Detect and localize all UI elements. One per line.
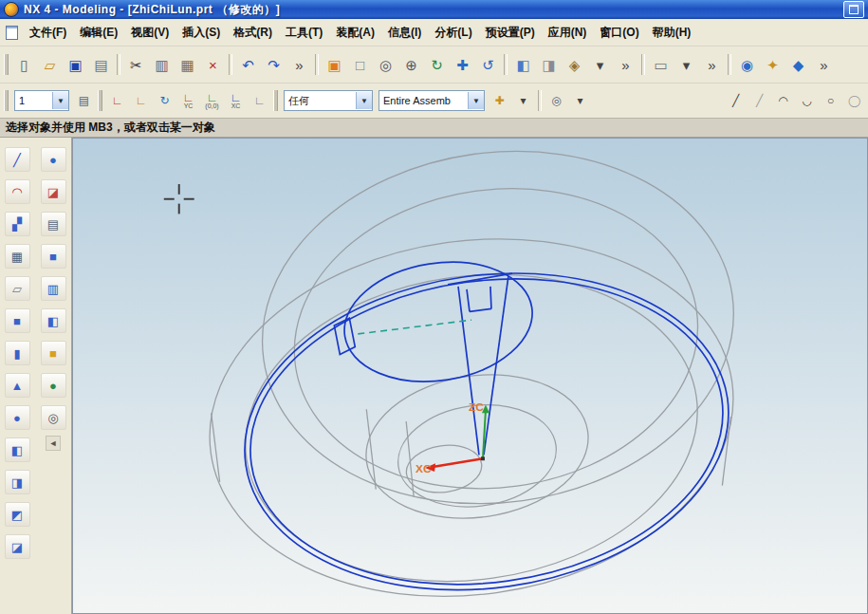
revolve-button[interactable]: ▥ <box>41 276 66 301</box>
circle-tool-button[interactable]: ○ <box>819 88 842 113</box>
orient-view-button[interactable]: ◈ <box>562 51 587 78</box>
selected-sketch[interactable] <box>224 244 749 613</box>
basic-curves-button[interactable]: ▞ <box>5 212 30 236</box>
zoom-window-button[interactable]: □ <box>347 51 373 78</box>
display-properties-button[interactable]: ◆ <box>785 51 811 78</box>
toolbar-grip[interactable] <box>273 90 277 111</box>
rotate-view-button[interactable]: ↺ <box>475 51 501 78</box>
menu-window[interactable]: 窗口(O) <box>593 19 645 46</box>
wcs-dynamics-button[interactable]: ∟ YC <box>176 88 200 113</box>
menu-information[interactable]: 信息(I) <box>381 19 428 46</box>
cylinder-button[interactable]: ▮ <box>5 341 30 365</box>
toolbar-overflow-4-button[interactable]: » <box>811 51 837 78</box>
view-menu-button[interactable]: ▾ <box>587 51 613 78</box>
toolbar-overflow-button[interactable]: » <box>286 51 312 78</box>
copy-button[interactable]: ▥ <box>149 51 175 78</box>
menu-help[interactable]: 帮助(H) <box>646 19 698 46</box>
wireframe-view-button[interactable]: ◨ <box>536 51 562 78</box>
delete-button[interactable]: × <box>200 51 226 78</box>
wcs-display-button[interactable]: ∟ XC <box>224 88 248 113</box>
toolbar-grip[interactable] <box>4 90 8 111</box>
redo-button[interactable]: ↷ <box>261 51 286 78</box>
toolbar-overflow-2-button[interactable]: » <box>613 51 638 78</box>
block-button[interactable]: ■ <box>5 308 30 333</box>
print-button[interactable]: ▤ <box>88 51 114 78</box>
zoom-in-out-button[interactable]: ⊕ <box>398 51 424 78</box>
inferred-line-tool-button[interactable]: ╱ <box>748 88 771 113</box>
menu-assemblies[interactable]: 装配(A) <box>329 19 381 46</box>
wcs-triad[interactable]: ZC XC <box>416 400 489 475</box>
instance-button[interactable]: ◎ <box>41 405 66 430</box>
shaded-view-button[interactable]: ◧ <box>510 51 536 78</box>
restore-button[interactable] <box>843 1 864 18</box>
circle-center-tool-button[interactable]: ◯ <box>842 88 866 113</box>
xc-axis[interactable] <box>433 458 483 467</box>
toolbar-grip[interactable] <box>98 90 102 111</box>
menu-view[interactable]: 视图(V) <box>124 19 175 46</box>
fillet-tool-button[interactable]: ◡ <box>795 88 819 113</box>
menu-tools[interactable]: 工具(T) <box>279 19 329 46</box>
layer-settings-button[interactable]: ▤ <box>72 88 96 113</box>
refresh-button[interactable]: ↻ <box>424 51 450 78</box>
paste-button[interactable]: ▦ <box>175 51 200 78</box>
menu-edit[interactable]: 编辑(E) <box>73 19 124 46</box>
centerline[interactable] <box>358 320 471 334</box>
menu-file[interactable]: 文件(F) <box>23 19 73 46</box>
toolbar-grip[interactable] <box>4 54 8 75</box>
wcs-orient-button[interactable]: ∟ <box>248 88 271 113</box>
type-filter-select[interactable]: 任何 ▼ <box>284 90 373 111</box>
layer-category-button[interactable]: ▤ <box>41 212 66 236</box>
new-button[interactable]: ▯ <box>11 51 37 78</box>
line-tool-button[interactable]: ╱ <box>724 88 748 113</box>
measure-button[interactable]: ▭ <box>648 51 674 78</box>
menu-analysis[interactable]: 分析(L) <box>428 19 478 46</box>
arc-button[interactable]: ◠ <box>5 179 30 204</box>
orient-view-tool-button[interactable]: ● <box>41 147 66 172</box>
class-selection-menu-button[interactable]: ▾ <box>511 88 535 113</box>
undo-button[interactable]: ↶ <box>235 51 261 78</box>
menu-insert[interactable]: 插入(S) <box>175 19 227 46</box>
layer-select[interactable]: 1 ▼ <box>14 90 69 111</box>
save-button[interactable]: ▣ <box>63 51 88 78</box>
boss-button[interactable]: ■ <box>41 341 66 365</box>
menu-preferences[interactable]: 预设置(P) <box>479 19 542 46</box>
toolbar-overflow-3-button[interactable]: » <box>699 51 725 78</box>
unite-button[interactable]: ◧ <box>5 437 30 462</box>
visual-effects-button[interactable]: ◉ <box>734 51 760 78</box>
measure-menu-button[interactable]: ▾ <box>674 51 699 78</box>
menu-application[interactable]: 应用(N) <box>542 19 594 46</box>
fit-view-button[interactable]: ▣ <box>322 51 347 78</box>
cut-button[interactable]: ✂ <box>123 51 149 78</box>
collapse-arrow-button[interactable]: ◄ <box>46 436 61 451</box>
chevron-down-icon[interactable]: ▼ <box>52 92 68 109</box>
open-button[interactable]: ▱ <box>37 51 63 78</box>
cone-button[interactable]: ▲ <box>5 373 30 398</box>
hole-button[interactable]: ◧ <box>41 308 66 333</box>
pocket-button[interactable]: ● <box>41 373 66 398</box>
arc-tool-button[interactable]: ◠ <box>771 88 795 113</box>
title-bar[interactable]: NX 4 - Modeling - [ZhiChiLun.prt （修改的）] <box>0 0 868 19</box>
zoom-button[interactable]: ◎ <box>373 51 398 78</box>
subtract-button[interactable]: ◨ <box>5 470 30 494</box>
line-button[interactable]: ╱ <box>5 147 30 172</box>
menu-format[interactable]: 格式(R) <box>227 19 279 46</box>
sphere-button[interactable]: ● <box>5 405 30 430</box>
extrude-button[interactable]: ■ <box>41 244 66 269</box>
snap-end-point-button[interactable]: ∟ <box>105 88 129 113</box>
high-quality-image-button[interactable]: ✦ <box>760 51 785 78</box>
chevron-down-icon[interactable]: ▼ <box>468 92 484 109</box>
selection-scope-select[interactable]: Entire Assemb ▼ <box>379 90 485 111</box>
chevron-down-icon[interactable]: ▼ <box>356 92 372 109</box>
selection-menu-button[interactable]: ▾ <box>568 88 592 113</box>
wcs-rotate-button[interactable]: ↻ <box>153 88 176 113</box>
wcs-origin-button[interactable]: ∟ (0,0) <box>200 88 224 113</box>
intersect-button[interactable]: ◩ <box>5 502 30 527</box>
sketch-button[interactable]: ▦ <box>5 244 30 269</box>
pan-button[interactable]: ✚ <box>450 51 475 78</box>
datum-csys-button[interactable]: ◪ <box>41 179 66 204</box>
snap-mid-point-button[interactable]: ∟ <box>129 88 153 113</box>
datum-plane-button[interactable]: ▱ <box>5 276 30 301</box>
selection-priority-button[interactable]: ◎ <box>545 88 568 113</box>
graphics-window[interactable]: ZC XC <box>72 138 868 614</box>
edit-feature-button[interactable]: ◪ <box>5 534 30 559</box>
